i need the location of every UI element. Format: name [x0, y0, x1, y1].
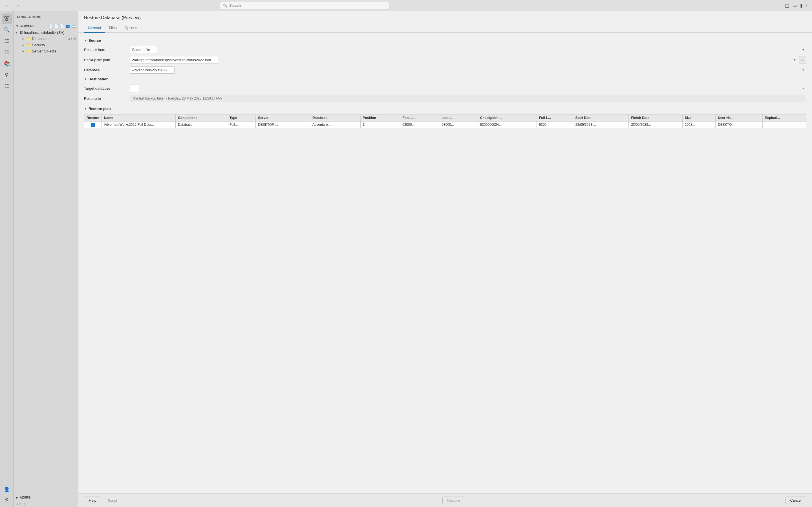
search-bar: 🔍 [220, 2, 389, 9]
localhost-icon: 🖥 [19, 30, 23, 35]
servers-label: SERVERS [20, 24, 35, 27]
server-option-btn[interactable]: 📄 [54, 24, 59, 28]
col-full-lsn: Full L... [536, 114, 573, 121]
restore-to-control: The last backup taken (Tuesday, 23 May 2… [130, 95, 806, 102]
back-button[interactable]: ← [3, 3, 11, 9]
restore-from-select[interactable]: Backup file [130, 46, 157, 53]
azure-arrow: ► [16, 496, 19, 499]
security-arrow: ► [21, 44, 25, 47]
restore-plan-table: Restore Name Component Type Server Datab… [84, 114, 806, 128]
activity-search-icon[interactable]: 🔍 [2, 25, 12, 35]
row-name: AdventureWorks2022-Full Data... [102, 121, 175, 128]
dialog-footer: Help Script Restore Cancel [78, 494, 812, 507]
server-disconnect-btn[interactable]: 📇 [71, 24, 76, 28]
connections-label: CONNECTIONS [17, 15, 42, 19]
activity-connections-icon[interactable] [2, 13, 12, 24]
restore-dialog: Restore Database (Preview) General Files… [78, 11, 812, 507]
status-errors: ⚠ 0 [16, 502, 21, 506]
forward-button[interactable]: → [13, 3, 21, 9]
target-db-row: Target database [84, 84, 806, 92]
layout-btn-2[interactable]: ▭ [792, 2, 798, 9]
destination-section-header: ▼ Destination [84, 77, 806, 81]
activity-bar-bottom: 👤 ⚙ [2, 485, 12, 505]
server-view-btn[interactable]: 📄 [60, 24, 65, 28]
col-type: Type [227, 114, 255, 121]
layout-buttons: ◫ ▭ ▮ ⁝ [784, 2, 809, 9]
tree-item-server-objects[interactable]: ► 📁 Server Objects [13, 48, 78, 54]
new-server-btn[interactable]: 📄 [49, 24, 53, 28]
tab-options[interactable]: Options [121, 23, 141, 33]
error-icon: ⚠ [16, 502, 19, 506]
azure-section[interactable]: ► AZURE [13, 494, 78, 501]
col-checkpoint: Checkpoint ... [478, 114, 536, 121]
servers-header[interactable]: ▼ SERVERS 📄 📄 📄 👥 📇 [13, 22, 78, 29]
row-full-lsn: 5300... [536, 121, 573, 128]
svg-rect-2 [6, 19, 8, 20]
tab-files[interactable]: Files [105, 23, 120, 33]
database-control: AdventureWorks2022 [130, 66, 806, 73]
restore-plan-section: ▼ Restore plan Restore Name Component Ty… [84, 107, 806, 128]
dialog-body: ▼ Source Restore from Backup file Back [78, 33, 812, 494]
row-component: Database [176, 121, 227, 128]
activity-list-icon[interactable]: ☷ [2, 47, 12, 58]
restore-to-row: Restore to The last backup taken (Tuesda… [84, 95, 806, 102]
table-row: ✓ AdventureWorks2022-Full Data... Databa… [84, 121, 806, 128]
restore-button[interactable]: Restore [442, 497, 465, 504]
target-db-select[interactable] [130, 84, 139, 92]
server-group-btn[interactable]: 👥 [65, 24, 70, 28]
dialog-title: Restore Database (Preview) [78, 11, 812, 23]
tree-item-security[interactable]: ► 📁 Security [13, 42, 78, 48]
restore-from-select-wrapper: Backup file [130, 46, 806, 53]
row-restore-check[interactable]: ✓ [84, 121, 102, 128]
col-user-name: User Na... [715, 114, 762, 121]
backup-path-select[interactable]: /var/opt/mssql/backup/AdventureWorks2022… [130, 56, 218, 63]
col-finish-date: Finish Date [629, 114, 682, 121]
activity-tables-icon[interactable]: ☷ [2, 36, 12, 46]
content-area: Restore Database (Preview) General Files… [78, 11, 812, 507]
source-arrow[interactable]: ▼ [84, 39, 87, 42]
col-last-lsn: Last L... [439, 114, 478, 121]
row-first-lsn: 53000... [400, 121, 439, 128]
row-expiration [762, 121, 806, 128]
tree-item-databases[interactable]: ► 📁 Databases ⊟ + ↻ [13, 36, 78, 42]
row-position: 1 [360, 121, 400, 128]
status-bar: ⚠ 0 △ 0 [13, 501, 78, 507]
tree-item-localhost[interactable]: ▼ 🖥 localhost, <default> (SA) [13, 29, 78, 36]
server-objects-label: Server Objects [32, 49, 76, 53]
security-label: Security [32, 43, 76, 47]
target-db-label: Target database [84, 86, 126, 91]
status-warnings: △ 0 [23, 502, 28, 506]
sidebar-more-btn[interactable]: ⋯ [70, 14, 75, 20]
backup-path-row: Backup file path /var/opt/mssql/backup/A… [84, 56, 806, 63]
restore-table-body: ✓ AdventureWorks2022-Full Data... Databa… [84, 121, 806, 128]
restore-checkbox[interactable]: ✓ [91, 123, 95, 127]
databases-add-icon[interactable]: + [71, 37, 72, 41]
browse-button[interactable]: … [799, 56, 806, 63]
sidebar-header-actions: ⋯ [70, 14, 75, 20]
database-select[interactable]: AdventureWorks2022 [130, 66, 175, 73]
layout-btn-3[interactable]: ▮ [799, 2, 804, 9]
layout-btn-4[interactable]: ⁝ [805, 2, 809, 9]
server-objects-arrow: ► [21, 50, 25, 53]
search-input[interactable] [229, 3, 386, 8]
warning-count: 0 [26, 503, 28, 506]
activity-settings-icon[interactable]: ⚙ [2, 495, 12, 505]
destination-arrow[interactable]: ▼ [84, 77, 87, 81]
activity-branch-icon[interactable]: ⚲ [2, 70, 12, 80]
script-button[interactable]: Script [104, 497, 122, 504]
layout-btn-1[interactable]: ◫ [784, 2, 790, 9]
security-icon: 📁 [26, 43, 31, 47]
row-user-name: DESKTO... [715, 121, 762, 128]
backup-path-control: /var/opt/mssql/backup/AdventureWorks2022… [130, 56, 806, 63]
help-button[interactable]: Help [84, 497, 101, 504]
servers-section: ▼ SERVERS 📄 📄 📄 👥 📇 ▼ 🖥 localhost, <defa… [13, 21, 78, 55]
cancel-button[interactable]: Cancel [786, 497, 806, 504]
databases-filter-icon[interactable]: ⊟ [67, 37, 70, 41]
tab-general[interactable]: General [84, 23, 105, 33]
col-first-lsn: First L... [400, 114, 439, 121]
activity-book-icon[interactable]: 📚 [2, 59, 12, 69]
activity-grid-icon[interactable]: ☷ [2, 81, 12, 91]
restore-plan-arrow[interactable]: ▼ [84, 107, 87, 110]
databases-refresh-icon[interactable]: ↻ [73, 37, 76, 41]
activity-user-icon[interactable]: 👤 [2, 485, 12, 495]
